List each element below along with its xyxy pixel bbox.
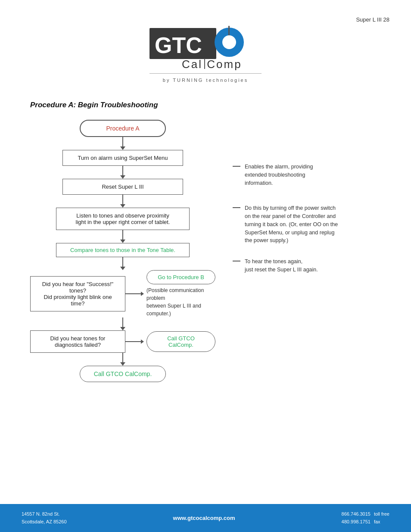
note-2: Do this by turning off the power switch … [233,204,381,245]
node-6: Did you hear tones for diagnostics faile… [30,330,125,353]
svg-text:Cal Comp: Cal Comp [182,58,242,71]
node-3: Listen to tones and observe proximity li… [56,208,190,230]
footer: 14557 N. 82nd St. Scottsdale, AZ 85260 w… [0,504,411,532]
logo-container: GTC Cal Comp by TURNING technologies [145,26,266,84]
footer-address: 14557 N. 82nd St. Scottsdale, AZ 85260 [22,510,67,526]
note-3: To hear the tones again, just reset the … [233,258,381,274]
arrow-1 [120,137,125,150]
notes-column: Enables the alarm, providing extended tr… [215,120,381,284]
note-2-container: Do this by turning off the power switch … [233,204,381,245]
gtco-calcomp-logo: GTC Cal Comp [145,26,266,73]
arrow-6 [120,317,125,330]
svg-rect-6 [204,59,205,69]
footer-contact: 866.746.3015 toll free 480.998.1751 fax [342,510,389,526]
footer-website: www.gtcocalcomp.com [173,515,235,521]
node-4: Compare tones to those in the Tone Table… [56,243,190,257]
arrow-7 [120,353,125,366]
note-3-container: To hear the tones again, just reset the … [233,258,381,274]
branch-b-note: (Possible communication problem between … [146,286,215,317]
node-start: Procedure A [80,120,166,137]
flowchart-left: Procedure A Turn on alarm using SuperSet… [30,120,215,382]
note-1: Enables the alarm, providing extended tr… [233,163,381,187]
page-number: Super L III 28 [356,16,389,23]
branch-call-node: Call GTCO CalComp. [146,331,215,352]
svg-text:GTC: GTC [155,33,202,58]
node-5: Did you hear four "Success!" tones? Did … [30,276,125,311]
node-end: Call GTCO CalComp. [80,366,166,382]
arrow-4 [120,230,125,243]
arrow-5 [120,257,125,270]
main-content: Procedure A: Begin Troubleshooting Proce… [0,92,411,399]
branch-b-node: Go to Procedure B [146,270,215,284]
section-title: Procedure A: Begin Troubleshooting [30,101,381,109]
arrow-3 [120,195,125,208]
node-2: Reset Super L III [62,179,183,195]
svg-rect-4 [228,26,230,35]
by-turning-text: by TURNING technologies [163,78,248,83]
arrow-2 [120,166,125,179]
svg-point-3 [222,35,236,49]
header-logo: GTC Cal Comp by TURNING technologies [0,0,411,92]
node-1: Turn on alarm using SuperSet Menu [62,150,183,166]
